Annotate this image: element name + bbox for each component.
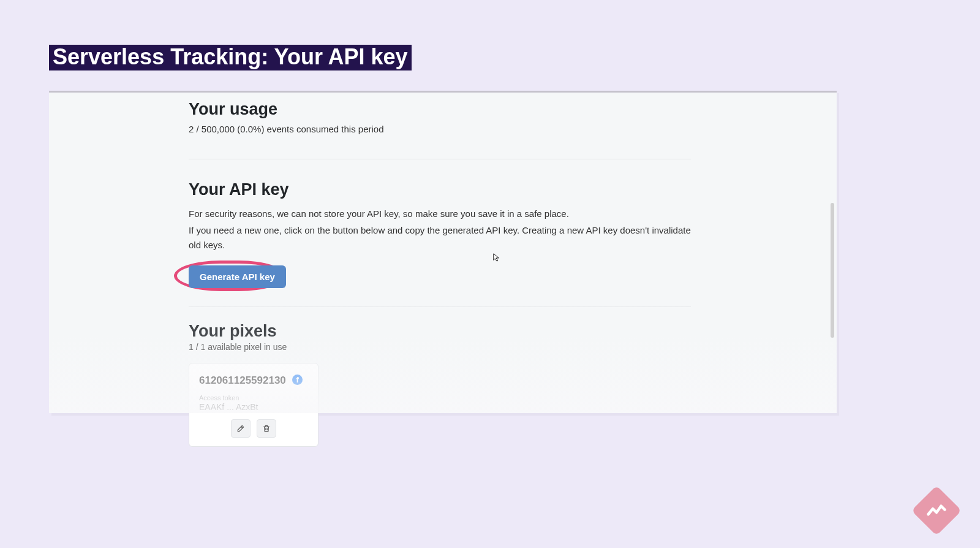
edit-icon [236,424,245,433]
pixel-card: 612061125592130 f Access token EAAKf ...… [189,363,318,447]
api-key-heading: Your API key [189,180,691,199]
usage-heading: Your usage [189,100,691,119]
facebook-icon: f [292,375,303,385]
edit-pixel-button[interactable] [231,419,251,438]
scrollbar[interactable] [831,203,834,338]
access-token-label: Access token [199,394,308,401]
trash-icon [262,424,271,433]
pixels-subline: 1 / 1 available pixel in use [189,342,691,352]
slide-title: Serverless Tracking: Your API key [49,45,412,70]
generate-api-key-highlight: Generate API key [189,265,286,288]
brand-logo [911,485,962,536]
generate-api-key-button[interactable]: Generate API key [189,265,286,288]
cursor-icon [492,253,501,264]
api-key-desc-line-2: If you need a new one, click on the butt… [189,223,691,252]
content: Your usage 2 / 500,000 (0.0%) events con… [189,97,691,447]
access-token-value: EAAKf ... AzxBt [199,402,308,412]
pixels-heading: Your pixels [189,322,691,341]
usage-line: 2 / 500,000 (0.0%) events consumed this … [189,124,691,134]
api-key-description: For security reasons, we can not store y… [189,207,691,252]
pixel-id: 612061125592130 [199,375,286,387]
divider [189,306,691,307]
pixel-card-actions [199,419,308,438]
delete-pixel-button[interactable] [257,419,276,438]
api-key-desc-line-1: For security reasons, we can not store y… [189,207,691,221]
divider [189,159,691,159]
screenshot-panel: Your usage 2 / 500,000 (0.0%) events con… [49,91,837,413]
brand-logo-icon [925,500,948,522]
